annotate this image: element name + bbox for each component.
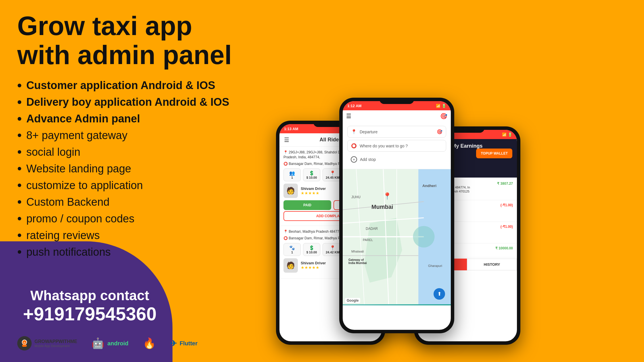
- map-roads-svg: [343, 169, 451, 304]
- firebase-icon: 🔥: [143, 337, 156, 349]
- flutter-label: Flutter: [180, 340, 198, 347]
- map-hamburger-icon[interactable]: ☰: [346, 113, 351, 120]
- svg-text:G: G: [24, 341, 25, 344]
- map-background: Mumbai 📍 Andheri DADAR PAREL Gateway ofI…: [343, 169, 451, 305]
- map-inputs-card: 📍 Departure 🎯 ⭕ Where do you want to go …: [343, 122, 451, 169]
- android-label: android: [107, 340, 128, 347]
- earnings-title: My Earnings: [452, 143, 482, 149]
- logo-growappwithme: G GROWAPPWITHME Mobile App Development: [17, 336, 77, 351]
- add-stop-plus-icon: +: [351, 156, 357, 163]
- ride1-price: 💲 $ 10.00: [303, 168, 320, 181]
- trans1-amount: ₹ 3807.27: [497, 182, 513, 197]
- driver1-avatar: 🧑: [283, 184, 298, 198]
- departure-input[interactable]: 📍 Departure 🎯: [347, 126, 446, 138]
- rides-title: All Rides: [319, 137, 342, 143]
- driver2-avatar: 🧑: [283, 258, 298, 273]
- phone-map: 1:12 AM 📶 🔋 ☰ 🎯 📍 Departure 🎯: [339, 98, 454, 333]
- share-button[interactable]: ⬆: [434, 288, 445, 300]
- flutter-icon: ✈: [170, 339, 177, 348]
- feature-item-8: Custom Backend: [17, 195, 241, 209]
- rides-status-time: 1:13 AM: [284, 127, 298, 131]
- gharapuri-label: Gharapuri: [428, 264, 442, 267]
- feature-list: Customer application Android & IOS Deliv…: [17, 78, 241, 261]
- feature-item-2: Delivery boy application Android & IOS: [17, 95, 241, 109]
- destination-icon: ⭕: [351, 143, 357, 149]
- trans3-amount: (-₹1.00): [501, 225, 513, 240]
- add-stop-label: Add stop: [360, 157, 376, 162]
- driver2-stars: ★★★★★: [301, 265, 326, 270]
- phone-map-screen: 1:12 AM 📶 🔋 ☰ 🎯 📍 Departure 🎯: [343, 101, 451, 330]
- map-status-icons: 📶 🔋: [436, 104, 446, 108]
- growapp-name: GROWAPPWITHME: [34, 339, 77, 344]
- logo-firebase: 🔥: [143, 337, 156, 349]
- google-logo: Google: [345, 298, 360, 303]
- feature-item-3: Advance Admin panel: [17, 111, 241, 126]
- city-name-label: Mumbai: [371, 204, 393, 210]
- feature-item-9: promo / coupon codes: [17, 211, 241, 226]
- dadar-label: DADAR: [366, 227, 378, 231]
- earnings-status-icons: 📶 🔋: [502, 132, 512, 137]
- departure-right-icon: 🎯: [437, 129, 442, 134]
- logo-flutter: ✈ Flutter: [170, 339, 198, 348]
- destination-placeholder: Where do you want to go ?: [360, 144, 442, 148]
- destination-input[interactable]: ⭕ Where do you want to go ?: [347, 140, 446, 152]
- feature-item-7: customize to application: [17, 178, 241, 192]
- trans4-amount: ₹ 10000.00: [495, 246, 513, 254]
- feature-item-1: Customer application Android & IOS: [17, 78, 241, 93]
- android-icon: 🤖: [91, 337, 104, 349]
- ride2-passengers: 🐾 1: [283, 243, 301, 256]
- driver1-name: Shivam Driver: [301, 186, 326, 191]
- paid-button[interactable]: PAID: [283, 200, 331, 210]
- main-title: Grow taxi app with admin panel: [17, 11, 241, 70]
- svg-point-13: [413, 226, 434, 247]
- departure-label: Departure: [360, 130, 434, 134]
- growapp-tagline: Mobile App Development: [34, 344, 77, 348]
- driver2-name: Shivam Driver: [301, 261, 326, 265]
- feature-item-6: Website landing page: [17, 161, 241, 176]
- gateway-label: Gateway ofIndia Mumbai: [348, 258, 367, 265]
- phones-container: 1:13 AM ▶ 📶 🔋 ☰ All Rides COMPLETED 📍 29…: [259, 0, 644, 362]
- feature-item-10: rateing reviews: [17, 228, 241, 242]
- add-stop-row[interactable]: + Add stop: [347, 154, 446, 165]
- parel-label: PAREL: [363, 238, 373, 242]
- driver1-info: Shivam Driver ★★★★★: [301, 186, 326, 195]
- trans2-amount: (-₹1.00): [501, 203, 513, 219]
- juhu-label: JUHU: [351, 195, 361, 199]
- ride1-passengers: 👥 1: [283, 168, 301, 181]
- departure-icon: 📍: [351, 129, 357, 134]
- contact-label: Whatsapp contact: [23, 288, 157, 303]
- earnings-notch: [450, 126, 484, 133]
- driver2-info: Shivam Driver ★★★★★: [301, 261, 326, 270]
- left-panel: Grow taxi app with admin panel Customer …: [0, 0, 259, 362]
- logo-android: 🤖 android: [91, 337, 128, 349]
- ride2-price: 💲 $ 10.00: [303, 243, 320, 256]
- topup-wallet-button[interactable]: TOPUP WALLET: [476, 149, 512, 158]
- map-view: Mumbai 📍 Andheri DADAR PAREL Gateway ofI…: [343, 169, 451, 305]
- contact-number: +919179545360: [23, 303, 157, 325]
- map-pin-icon: 📍: [383, 192, 392, 200]
- feature-item-11: push notifications: [17, 245, 241, 259]
- driver1-stars: ★★★★★: [301, 191, 326, 195]
- rides-hamburger-icon[interactable]: ☰: [284, 136, 289, 143]
- svg-rect-1: [22, 344, 27, 347]
- growapp-icon: G: [17, 336, 32, 351]
- feature-item-4: 8+ payment gateway: [17, 128, 241, 143]
- andheri-label: Andheri: [422, 184, 436, 188]
- map-notch: [379, 98, 414, 104]
- map-top-bar: ☰ 🎯: [343, 110, 451, 122]
- brand-logos-bar: G GROWAPPWITHME Mobile App Development 🤖…: [17, 336, 198, 351]
- feature-item-5: social login: [17, 145, 241, 159]
- map-location-icon: 🎯: [440, 113, 447, 120]
- history-button[interactable]: HISTORY: [467, 259, 517, 270]
- malabar-label: Mhatwali: [351, 250, 364, 253]
- map-status-time: 1:12 AM: [347, 104, 361, 108]
